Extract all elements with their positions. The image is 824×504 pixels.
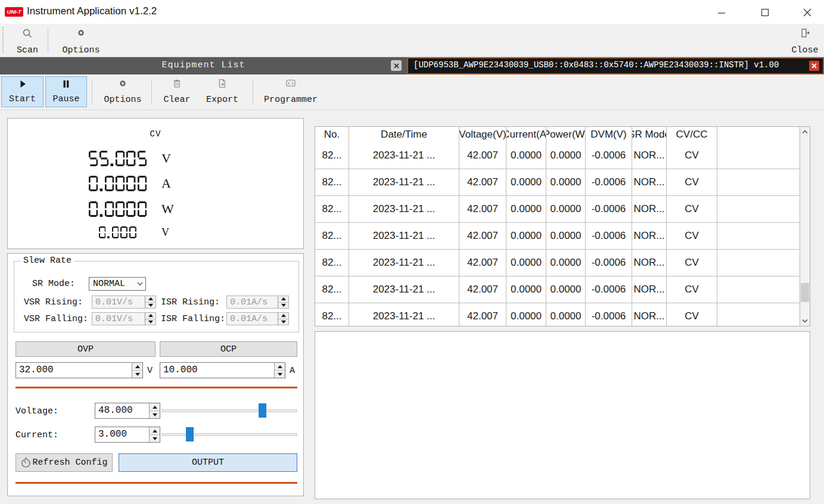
spin-up-button[interactable] xyxy=(278,313,288,319)
minimize-button[interactable] xyxy=(713,5,730,20)
output-button[interactable]: OUTPUT xyxy=(119,453,297,472)
table-cell[interactable]: NOR... xyxy=(632,169,667,195)
start-button[interactable]: Start xyxy=(1,76,43,107)
table-cell[interactable]: -0.0006 xyxy=(586,169,632,195)
spin-up-button[interactable] xyxy=(145,313,156,319)
spin-up-button[interactable] xyxy=(278,296,288,303)
slider-handle[interactable] xyxy=(259,403,266,418)
spin-up-button[interactable] xyxy=(150,403,160,411)
spin-up-button[interactable] xyxy=(150,427,160,435)
isr-rising-spinner[interactable]: 0.01A/s xyxy=(226,295,289,309)
table-cell[interactable]: NOR... xyxy=(632,142,667,169)
ocp-button[interactable]: OCP xyxy=(160,341,297,357)
table-cell[interactable]: 0.0000 xyxy=(546,276,586,303)
table-cell[interactable]: NOR... xyxy=(632,250,667,276)
table-header-cell[interactable]: Voltage(V) xyxy=(459,127,506,142)
table-cell[interactable]: 0.0000 xyxy=(506,250,546,276)
table-cell[interactable]: 82... xyxy=(315,276,349,303)
toolbar-grip-handle[interactable] xyxy=(2,27,4,54)
table-cell[interactable]: 42.007 xyxy=(459,303,506,326)
export-button[interactable]: Export xyxy=(203,76,242,107)
pause-button[interactable]: Pause xyxy=(45,76,87,107)
table-cell[interactable]: 0.0000 xyxy=(506,223,546,249)
table-cell[interactable]: 2023-11-21 ... xyxy=(349,223,459,249)
table-cell[interactable]: 82... xyxy=(315,142,349,169)
spin-down-button[interactable] xyxy=(150,435,160,442)
table-cell[interactable]: -0.0006 xyxy=(586,142,632,169)
table-cell[interactable]: 0.0000 xyxy=(546,250,586,276)
table-cell[interactable]: 82... xyxy=(315,303,349,326)
table-cell[interactable]: -0.0006 xyxy=(586,223,632,249)
table-cell[interactable]: -0.0006 xyxy=(586,276,632,303)
spin-down-button[interactable] xyxy=(132,371,142,378)
table-row[interactable]: 82...2023-11-21 ...42.0070.00000.0000-0.… xyxy=(315,142,800,169)
ovp-value-spinner[interactable]: 32.000 xyxy=(15,362,143,378)
table-cell[interactable]: 0.0000 xyxy=(506,142,546,169)
sr-mode-select[interactable]: NORMAL xyxy=(89,277,146,291)
vsr-falling-spinner[interactable]: 0.01V/s xyxy=(92,312,156,325)
table-cell[interactable]: 2023-11-21 ... xyxy=(349,276,459,303)
table-cell[interactable]: 42.007 xyxy=(459,276,506,303)
table-row[interactable]: 82...2023-11-21 ...42.0070.00000.0000-0.… xyxy=(315,169,800,195)
table-cell[interactable]: CV xyxy=(667,196,717,222)
table-cell[interactable]: 42.007 xyxy=(459,169,506,195)
table-cell[interactable]: 42.007 xyxy=(459,250,506,276)
slider-handle[interactable] xyxy=(186,427,194,441)
table-row[interactable]: 82...2023-11-21 ...42.0070.00000.0000-0.… xyxy=(315,249,800,276)
table-header-cell[interactable]: Power(W) xyxy=(546,127,586,142)
table-cell[interactable]: 0.0000 xyxy=(506,276,546,303)
isr-falling-spinner[interactable]: 0.01A/s xyxy=(226,312,289,325)
table-cell[interactable]: NOR... xyxy=(632,303,667,326)
table-cell[interactable]: 82... xyxy=(315,250,349,276)
close-app-button[interactable]: Close xyxy=(788,26,822,57)
spin-down-button[interactable] xyxy=(145,319,156,325)
table-row[interactable]: 82...2023-11-21 ...42.0070.00000.0000-0.… xyxy=(315,195,800,222)
table-cell[interactable]: 0.0000 xyxy=(546,303,586,326)
table-cell[interactable]: CV xyxy=(667,250,717,276)
table-cell[interactable]: 2023-11-21 ... xyxy=(349,303,459,326)
device-tab[interactable]: [UDP6953B_AWP9E23430039_USB0::0x0483::0x… xyxy=(407,57,824,74)
clear-button[interactable]: Clear xyxy=(158,76,195,107)
table-header-cell[interactable]: Current(A) xyxy=(506,127,546,142)
table-header-cell[interactable]: Date/Time xyxy=(349,127,459,142)
device-tab-close-button[interactable] xyxy=(809,61,819,71)
close-window-button[interactable] xyxy=(798,5,816,20)
table-cell[interactable]: CV xyxy=(667,142,717,169)
table-cell[interactable]: 42.007 xyxy=(459,142,506,169)
table-cell[interactable]: 0.0000 xyxy=(546,169,586,195)
spin-up-button[interactable] xyxy=(275,363,285,371)
spin-up-button[interactable] xyxy=(145,296,156,303)
device-options-button[interactable]: Options xyxy=(98,76,148,107)
options-button[interactable]: Options xyxy=(56,26,106,57)
table-scrollbar[interactable] xyxy=(800,127,810,326)
table-cell[interactable]: 0.0000 xyxy=(506,303,546,326)
table-row[interactable]: 82...2023-11-21 ...42.0070.00000.0000-0.… xyxy=(315,303,800,326)
programmer-button[interactable]: Programmer xyxy=(260,76,322,107)
table-cell[interactable]: 0.0000 xyxy=(546,142,586,169)
scroll-down-button[interactable] xyxy=(800,316,810,326)
table-cell[interactable]: CV xyxy=(667,276,717,303)
table-cell[interactable]: 0.0000 xyxy=(546,196,586,222)
table-cell[interactable]: 2023-11-21 ... xyxy=(349,169,459,195)
table-cell[interactable]: NOR... xyxy=(632,196,667,222)
table-header-cell[interactable]: No. xyxy=(315,127,349,142)
table-row[interactable]: 82...2023-11-21 ...42.0070.00000.0000-0.… xyxy=(315,276,800,303)
ocp-value-spinner[interactable]: 10.000 xyxy=(160,362,285,378)
table-cell[interactable]: 42.007 xyxy=(459,223,506,249)
slider-track[interactable] xyxy=(161,433,297,436)
equipment-list-close-button[interactable] xyxy=(391,60,402,71)
spin-down-button[interactable] xyxy=(275,371,285,378)
table-cell[interactable]: CV xyxy=(667,223,717,249)
vsr-rising-spinner[interactable]: 0.01V/s xyxy=(92,295,156,309)
table-cell[interactable]: -0.0006 xyxy=(586,196,632,222)
table-cell[interactable]: 0.0000 xyxy=(506,196,546,222)
table-cell[interactable]: CV xyxy=(667,303,717,326)
table-cell[interactable]: -0.0006 xyxy=(586,303,632,326)
refresh-config-button[interactable]: Refresh Config xyxy=(15,453,113,472)
spin-up-button[interactable] xyxy=(132,363,142,371)
spin-down-button[interactable] xyxy=(150,411,160,418)
scan-button[interactable]: Scan xyxy=(10,26,45,57)
table-cell[interactable]: 2023-11-21 ... xyxy=(349,196,459,222)
table-cell[interactable]: 42.007 xyxy=(459,196,506,222)
table-cell[interactable]: 2023-11-21 ... xyxy=(349,250,459,276)
